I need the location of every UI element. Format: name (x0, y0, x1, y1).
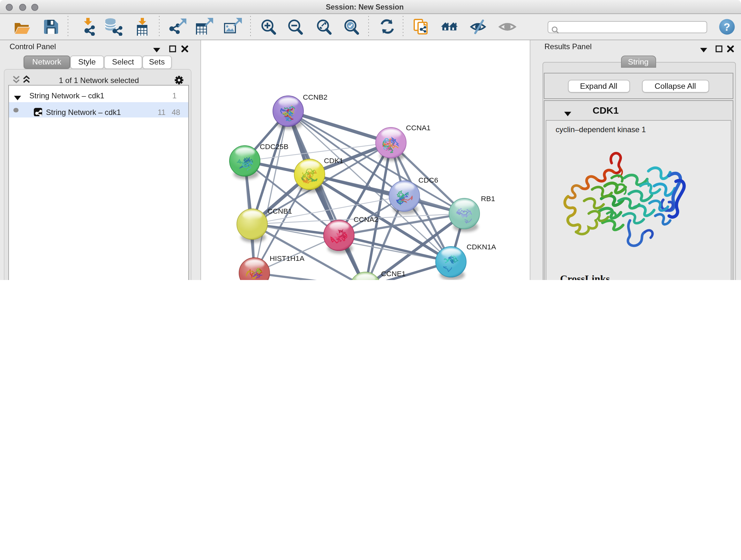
svg-text:CDKN1A: CDKN1A (467, 243, 496, 251)
svg-text:HIST1H1A: HIST1H1A (270, 254, 305, 262)
svg-text:?: ? (724, 21, 731, 33)
svg-text:CDC6: CDC6 (418, 176, 438, 184)
svg-text:CCNA2: CCNA2 (354, 215, 378, 224)
svg-text:RB1: RB1 (481, 194, 495, 203)
svg-text:CCNB2: CCNB2 (303, 93, 327, 101)
svg-text:CCNE1: CCNE1 (381, 269, 406, 278)
svg-text:CCNB1: CCNB1 (267, 207, 292, 215)
svg-text:CDK1: CDK1 (324, 157, 343, 165)
svg-text:CDC25B: CDC25B (260, 142, 288, 151)
svg-text:CCNA1: CCNA1 (406, 124, 430, 132)
